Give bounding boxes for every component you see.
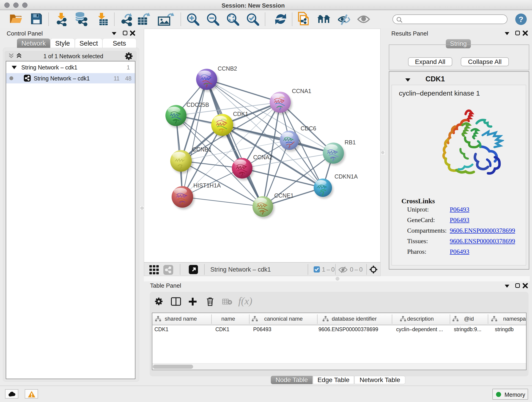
svg-text:CDC6: CDC6 [301, 125, 316, 132]
svg-text:?: ? [519, 15, 524, 24]
svg-text:CCNB1: CCNB1 [192, 146, 212, 153]
svg-text:CDC25B: CDC25B [186, 102, 209, 108]
svg-text:CCNA1: CCNA1 [292, 88, 311, 94]
svg-text:CDK1: CDK1 [233, 111, 248, 117]
svg-text:CCNE1: CCNE1 [274, 192, 294, 199]
svg-text:HIST1H1A: HIST1H1A [193, 182, 221, 189]
svg-text:RB1: RB1 [345, 139, 356, 146]
svg-text:CCNB2: CCNB2 [218, 65, 237, 72]
svg-text:CDKN1A: CDKN1A [335, 173, 358, 180]
svg-text:CCNA2: CCNA2 [253, 154, 273, 160]
